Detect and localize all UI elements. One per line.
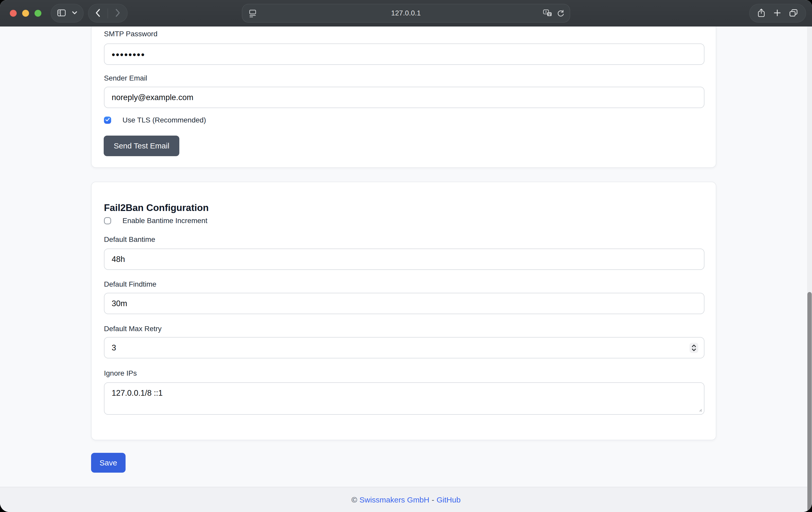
new-tab-button[interactable] (774, 9, 781, 18)
toolbar-right-button-group (749, 4, 806, 23)
sender-email-label: Sender Email (104, 74, 147, 83)
sidebar-icon (57, 9, 66, 17)
forward-button[interactable] (115, 8, 121, 18)
save-button[interactable]: Save (91, 453, 125, 473)
use-tls-row: Use TLS (Recommended) (104, 116, 206, 124)
url-text: 127.0.0.1 (391, 9, 420, 17)
ignore-ips-label: Ignore IPs (104, 369, 137, 378)
use-tls-checkbox[interactable] (104, 117, 111, 124)
fail2ban-title: Fail2Ban Configuration (104, 202, 209, 213)
default-bantime-input[interactable] (104, 249, 704, 270)
forward-icon (115, 8, 121, 18)
bantime-increment-label: Enable Bantime Increment (122, 217, 207, 225)
smtp-settings-card: SMTP Password Sender Email Use TLS (Reco… (91, 27, 716, 168)
address-bar[interactable]: 127.0.0.1 A (242, 4, 570, 23)
share-icon (757, 8, 765, 18)
bantime-increment-checkbox[interactable] (104, 217, 111, 224)
bantime-increment-row: Enable Bantime Increment (104, 217, 207, 225)
page-settings-icon[interactable] (249, 9, 257, 19)
sender-email-input[interactable] (104, 87, 704, 108)
tab-overview-icon (789, 9, 798, 18)
checkmark-icon (105, 118, 110, 122)
company-link[interactable]: Swissmakers GmbH (359, 495, 429, 504)
ignore-ips-textarea[interactable]: 127.0.0.1/8 ::1 (104, 382, 704, 415)
browser-toolbar: 127.0.0.1 A (0, 0, 812, 27)
default-max-retry-field (104, 337, 704, 359)
navigation-button-group (88, 4, 127, 23)
chevron-down-icon (72, 11, 77, 16)
github-link[interactable]: GitHub (437, 495, 461, 504)
zoom-window-button[interactable] (34, 10, 41, 17)
nav-divider (108, 8, 108, 18)
reload-icon[interactable] (557, 9, 564, 19)
default-max-retry-input[interactable] (104, 337, 704, 359)
svg-text:A: A (545, 10, 547, 13)
window-controls (10, 10, 41, 17)
translate-icon[interactable]: A (543, 9, 552, 19)
use-tls-label: Use TLS (Recommended) (122, 116, 206, 124)
default-bantime-label: Default Bantime (104, 235, 155, 244)
default-findtime-input[interactable] (104, 293, 704, 314)
sidebar-menu-chevron-button[interactable] (72, 11, 77, 16)
back-button[interactable] (95, 8, 100, 18)
share-button[interactable] (757, 8, 765, 18)
page-footer: © Swissmakers GmbH - GitHub (0, 487, 812, 512)
scrollbar-thumb[interactable] (807, 292, 812, 512)
sidebar-button-group (51, 4, 84, 23)
new-tab-icon (774, 9, 781, 18)
number-stepper[interactable] (690, 343, 698, 353)
default-max-retry-label: Default Max Retry (104, 324, 162, 333)
close-window-button[interactable] (10, 10, 17, 17)
copyright-symbol: © (351, 495, 357, 504)
tab-overview-button[interactable] (789, 9, 798, 18)
sidebar-toggle-button[interactable] (57, 9, 66, 17)
smtp-password-input[interactable] (104, 44, 704, 65)
page-content: SMTP Password Sender Email Use TLS (Reco… (0, 27, 812, 512)
footer-separator: - (432, 495, 434, 504)
minimize-window-button[interactable] (22, 10, 29, 17)
default-findtime-label: Default Findtime (104, 280, 156, 289)
resize-grip-icon[interactable] (698, 407, 714, 438)
send-test-email-button[interactable]: Send Test Email (104, 136, 179, 156)
browser-window: 127.0.0.1 A (0, 0, 812, 512)
back-icon (95, 8, 100, 18)
smtp-password-label: SMTP Password (104, 30, 157, 38)
fail2ban-settings-card: Fail2Ban Configuration Enable Bantime In… (91, 182, 716, 440)
